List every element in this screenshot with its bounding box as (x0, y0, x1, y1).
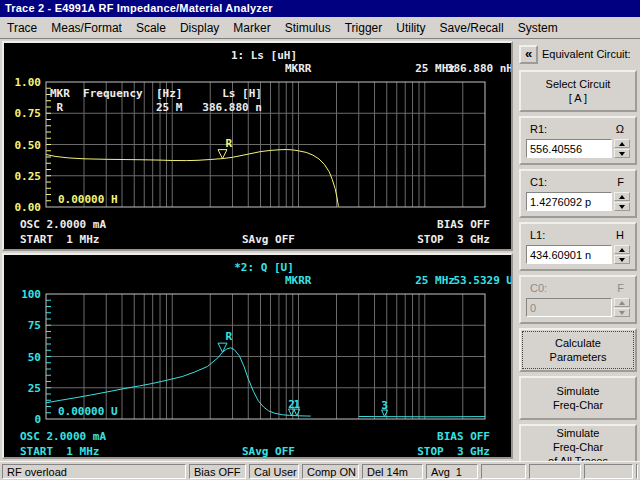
calculate-parameters-button[interactable]: Calculate Parameters (519, 328, 637, 372)
select-circuit-button[interactable]: Select Circuit [ A ] (519, 70, 637, 112)
simulate-freq-char-button[interactable]: Simulate Freq-Char (519, 376, 637, 420)
select-circuit-line1: Select Circuit (527, 77, 629, 91)
svg-text:MKR Frequency [Hz] Ls [: MKR Frequency [Hz] Ls [H] (50, 87, 262, 100)
menu-item-stimulus[interactable]: Stimulus (278, 19, 338, 37)
up-arrow-icon (619, 142, 625, 146)
c0-spinner (614, 298, 630, 317)
c0-spinner-up (614, 298, 630, 307)
r1-spinner-up[interactable] (614, 139, 630, 148)
svg-text:0.50: 0.50 (15, 139, 42, 152)
calc-line1: Calculate (527, 336, 629, 350)
menu-item-meas-format[interactable]: Meas/Format (44, 19, 129, 37)
c1-spinner-down[interactable] (614, 202, 630, 211)
svg-text:START 1 MHz: START 1 MHz (20, 445, 99, 457)
status-empty-cell (584, 464, 633, 479)
up-arrow-icon (619, 301, 625, 305)
menu-item-marker[interactable]: Marker (226, 19, 277, 37)
c0-label: C0: (530, 282, 547, 294)
svg-text:START 1 MHz: START 1 MHz (20, 233, 99, 246)
svg-text:R: R (225, 330, 232, 343)
menu-item-trace[interactable]: Trace (0, 19, 44, 37)
chart-panel-q: 0255075100*2: Q [U]MKRR25 MHz53.5329 U0.… (2, 253, 513, 459)
status-bar: RF overload Bias OFF Cal User Comp ON De… (0, 461, 640, 480)
c0-field: C0: F (519, 275, 637, 324)
l1-spinner-up[interactable] (614, 245, 630, 254)
svg-text:53.5329 U: 53.5329 U (453, 274, 511, 287)
svg-text:R: R (225, 137, 232, 150)
down-arrow-icon (619, 258, 625, 262)
select-circuit-line2: [ A ] (527, 91, 629, 105)
sim-line2: Freq-Char (527, 398, 629, 412)
svg-text:BIAS OFF: BIAS OFF (437, 430, 490, 443)
svg-text:SAvg OFF: SAvg OFF (242, 445, 295, 457)
c1-spinner (614, 192, 630, 211)
svg-text:*2: Q [U]: *2: Q [U] (234, 261, 294, 274)
svg-text:75: 75 (28, 319, 41, 332)
status-bias: Bias OFF (189, 464, 246, 479)
l1-label: L1: (530, 229, 545, 241)
svg-text:STOP 3 GHz: STOP 3 GHz (417, 233, 490, 246)
svg-text:R 25 M 386.880: R 25 M 386.880 n (50, 101, 262, 114)
simall-line1: Simulate (527, 426, 629, 440)
simall-line2: Freq-Char (527, 440, 629, 454)
svg-text:0.00: 0.00 (15, 201, 42, 214)
svg-text:SAvg OFF: SAvg OFF (242, 233, 295, 246)
c0-unit: F (617, 282, 624, 294)
menu-item-trigger[interactable]: Trigger (338, 19, 390, 37)
menu-item-system[interactable]: System (511, 19, 565, 37)
svg-text:0.00000 H: 0.00000 H (58, 193, 118, 206)
c1-unit: F (617, 176, 624, 188)
svg-text:OSC 2.0000 mA: OSC 2.0000 mA (20, 218, 106, 231)
menu-item-utility[interactable]: Utility (389, 19, 432, 37)
svg-text:25 MHz: 25 MHz (415, 274, 455, 287)
l1-spinner-down[interactable] (614, 255, 630, 264)
svg-text:50: 50 (28, 351, 41, 364)
down-arrow-icon (619, 152, 625, 156)
up-arrow-icon (619, 248, 625, 252)
panel-header: « Equivalent Circuit: (518, 43, 638, 65)
svg-text:0: 0 (34, 413, 41, 426)
c1-spinner-up[interactable] (614, 192, 630, 201)
svg-text:0.25: 0.25 (15, 170, 42, 183)
r1-input[interactable] (526, 139, 612, 158)
c0-spinner-down (614, 308, 630, 317)
svg-text:STOP 3 GHz: STOP 3 GHz (417, 445, 490, 457)
svg-text:0.75: 0.75 (15, 107, 42, 120)
status-empty-cell (529, 464, 581, 479)
c1-input[interactable] (526, 192, 612, 211)
status-avg: Avg 1 (426, 464, 478, 479)
c1-field: C1: F (519, 169, 637, 218)
r1-unit: Ω (616, 123, 624, 135)
window-title: Trace 2 - E4991A RF Impedance/Material A… (5, 2, 273, 14)
equivalent-circuit-panel: « Equivalent Circuit: Select Circuit [ A… (516, 39, 640, 461)
l1-unit: H (616, 229, 624, 241)
svg-text:OSC 2.0000 mA: OSC 2.0000 mA (20, 430, 106, 443)
down-arrow-icon (619, 205, 625, 209)
l1-field: L1: H (519, 222, 637, 271)
svg-text:BIAS OFF: BIAS OFF (437, 218, 490, 231)
collapse-panel-button[interactable]: « (519, 45, 538, 64)
svg-text:0.00000 U: 0.00000 U (58, 405, 118, 418)
chart-panel-ls: 0.000.250.500.751.001: Ls [uH]MKRR25 MHz… (2, 41, 513, 251)
ls-chart: 0.000.250.500.751.001: Ls [uH]MKRR25 MHz… (4, 43, 511, 249)
c1-label: C1: (530, 176, 547, 188)
menu-item-scale[interactable]: Scale (129, 19, 173, 37)
l1-input[interactable] (526, 245, 612, 264)
menu-item-save-recall[interactable]: Save/Recall (433, 19, 511, 37)
status-empty-cell (636, 464, 638, 479)
r1-field: R1: Ω (519, 116, 637, 165)
status-cal: Cal User (249, 464, 299, 479)
svg-text:1: Ls [uH]: 1: Ls [uH] (231, 49, 297, 62)
r1-spinner-down[interactable] (614, 149, 630, 158)
status-delay: Del 14m (362, 464, 423, 479)
window-titlebar[interactable]: Trace 2 - E4991A RF Impedance/Material A… (0, 0, 640, 17)
panel-title: Equivalent Circuit: (542, 48, 631, 60)
sim-line1: Simulate (527, 384, 629, 398)
r1-label: R1: (530, 123, 547, 135)
q-chart: 0255075100*2: Q [U]MKRR25 MHz53.5329 U0.… (4, 255, 511, 457)
status-message: RF overload (2, 464, 186, 479)
svg-text:100: 100 (21, 288, 41, 301)
menu-item-display[interactable]: Display (173, 19, 226, 37)
svg-text:386.880 nH: 386.880 nH (447, 62, 511, 75)
svg-text:3: 3 (381, 399, 388, 412)
